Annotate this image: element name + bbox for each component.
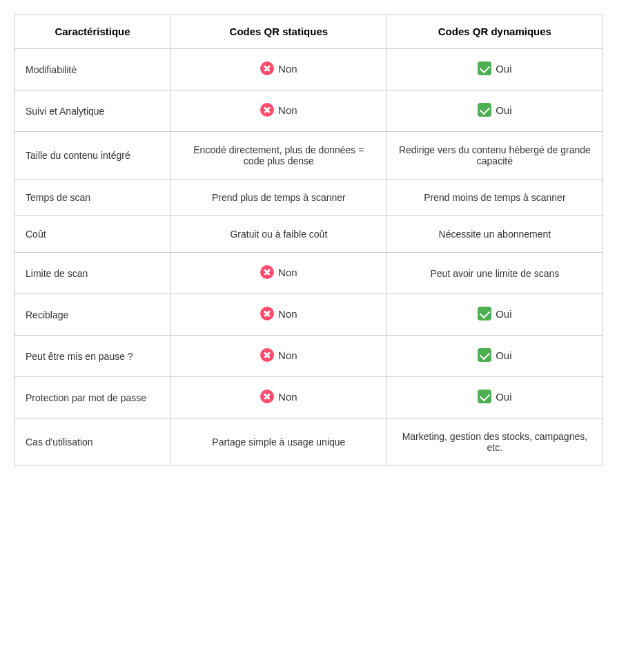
static-cell: Non bbox=[170, 294, 386, 336]
check-icon bbox=[478, 390, 491, 403]
header-caracteristique: Caractéristique bbox=[14, 15, 170, 49]
table-header-row: Caractéristique Codes QR statiques Codes… bbox=[14, 15, 603, 49]
x-icon bbox=[260, 103, 274, 117]
oui-label: Oui bbox=[496, 308, 511, 320]
feature-cell: Coût bbox=[14, 216, 170, 253]
x-icon bbox=[260, 61, 274, 75]
static-cell: Non bbox=[170, 253, 386, 294]
table-row: Peut être mis en pause ?NonOui bbox=[14, 336, 603, 377]
oui-label: Oui bbox=[496, 349, 511, 361]
non-label: Non bbox=[278, 63, 297, 75]
non-label: Non bbox=[278, 308, 297, 320]
dynamic-cell: Oui bbox=[386, 336, 603, 377]
dynamic-cell: Oui bbox=[386, 49, 603, 90]
non-label: Non bbox=[278, 349, 297, 361]
non-label: Non bbox=[278, 391, 297, 403]
comparison-table: Caractéristique Codes QR statiques Codes… bbox=[14, 14, 603, 466]
dynamic-cell: Peut avoir une limite de scans bbox=[386, 253, 603, 294]
static-cell: Prend plus de temps à scanner bbox=[170, 180, 386, 216]
dynamic-cell: Oui bbox=[386, 377, 603, 419]
table-row: Limite de scanNonPeut avoir une limite d… bbox=[14, 253, 603, 294]
non-label: Non bbox=[278, 267, 297, 278]
table-row: Suivi et AnalytiqueNonOui bbox=[14, 90, 603, 132]
non-badge: Non bbox=[260, 265, 297, 279]
table-row: CoûtGratuit ou à faible coûtNécessite un… bbox=[14, 216, 603, 253]
oui-label: Oui bbox=[496, 63, 511, 75]
feature-cell: Temps de scan bbox=[14, 180, 170, 216]
feature-cell: Suivi et Analytique bbox=[14, 90, 170, 132]
header-static: Codes QR statiques bbox=[170, 15, 386, 49]
dynamic-cell: Nécessite un abonnement bbox=[386, 216, 603, 253]
non-badge: Non bbox=[260, 307, 297, 320]
feature-cell: Modifiabilité bbox=[14, 49, 170, 90]
static-cell: Encodé directement, plus de données = co… bbox=[170, 132, 386, 180]
x-icon bbox=[260, 348, 274, 362]
oui-badge: Oui bbox=[478, 307, 511, 320]
oui-badge: Oui bbox=[478, 61, 511, 75]
x-icon bbox=[260, 265, 274, 279]
header-dynamic: Codes QR dynamiques bbox=[386, 15, 603, 49]
oui-label: Oui bbox=[496, 104, 511, 116]
check-icon bbox=[478, 61, 491, 75]
static-cell: Non bbox=[170, 377, 386, 419]
x-icon bbox=[260, 390, 274, 403]
dynamic-cell: Marketing, gestion des stocks, campagnes… bbox=[386, 419, 603, 466]
static-cell: Non bbox=[170, 49, 386, 90]
table-row: Taille du contenu intégréEncodé directem… bbox=[14, 132, 603, 180]
feature-cell: Peut être mis en pause ? bbox=[14, 336, 170, 377]
oui-badge: Oui bbox=[478, 390, 511, 403]
non-badge: Non bbox=[260, 103, 297, 117]
feature-cell: Cas d'utilisation bbox=[14, 419, 170, 466]
feature-cell: Limite de scan bbox=[14, 253, 170, 294]
check-icon bbox=[478, 348, 491, 362]
dynamic-cell: Oui bbox=[386, 294, 603, 336]
table-row: ModifiabilitéNonOui bbox=[14, 49, 603, 90]
table-row: Cas d'utilisationPartage simple à usage … bbox=[14, 419, 603, 466]
non-badge: Non bbox=[260, 348, 297, 362]
x-icon bbox=[260, 307, 274, 320]
feature-cell: Protection par mot de passe bbox=[14, 377, 170, 419]
static-cell: Non bbox=[170, 90, 386, 132]
non-badge: Non bbox=[260, 61, 297, 75]
feature-cell: Taille du contenu intégré bbox=[14, 132, 170, 180]
feature-cell: Reciblage bbox=[14, 294, 170, 336]
static-cell: Non bbox=[170, 336, 386, 377]
dynamic-cell: Redirige vers du contenu hébergé de gran… bbox=[386, 132, 603, 180]
static-cell: Partage simple à usage unique bbox=[170, 419, 386, 466]
dynamic-cell: Oui bbox=[386, 90, 603, 132]
table-row: Protection par mot de passeNonOui bbox=[14, 377, 603, 419]
table-row: ReciblageNonOui bbox=[14, 294, 603, 336]
oui-label: Oui bbox=[496, 391, 511, 403]
check-icon bbox=[478, 307, 491, 320]
oui-badge: Oui bbox=[478, 348, 511, 362]
oui-badge: Oui bbox=[478, 103, 511, 117]
table-row: Temps de scanPrend plus de temps à scann… bbox=[14, 180, 603, 216]
non-badge: Non bbox=[260, 390, 297, 403]
non-label: Non bbox=[278, 104, 297, 116]
check-icon bbox=[478, 103, 491, 117]
static-cell: Gratuit ou à faible coût bbox=[170, 216, 386, 253]
dynamic-cell: Prend moins de temps à scanner bbox=[386, 180, 603, 216]
